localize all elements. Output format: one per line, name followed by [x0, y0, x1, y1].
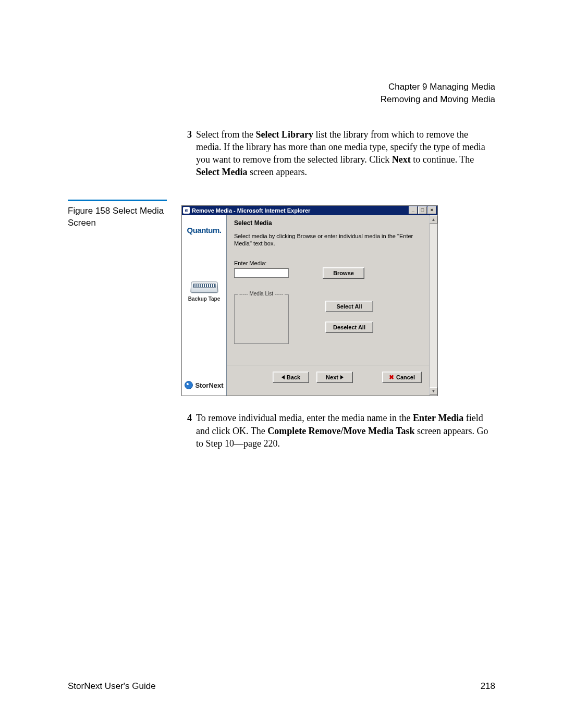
footer-left: StorNext User's Guide [68, 681, 156, 692]
globe-icon [185, 381, 193, 389]
section-line: Removing and Moving Media [68, 93, 495, 106]
product-name: StorNext [195, 381, 223, 389]
chapter-line: Chapter 9 Managing Media [68, 81, 495, 93]
tape-label: Backup Tape [188, 296, 221, 302]
ie-icon: e [183, 207, 190, 214]
browse-button[interactable]: Browse [323, 267, 364, 279]
close-button[interactable]: × [427, 206, 436, 214]
step-number: 3 [181, 128, 192, 179]
figure: e Remove Media - Microsoft Internet Expl… [181, 205, 495, 397]
nav-row: Back Next ✖Cancel [227, 365, 429, 390]
window-title: Remove Media - Microsoft Internet Explor… [192, 207, 310, 214]
instruction-text: Select media by clicking Browse or enter… [234, 233, 417, 248]
ie-window: e Remove Media - Microsoft Internet Expl… [181, 205, 438, 397]
step-3: 3 Select from the Select Library list th… [181, 128, 495, 179]
x-icon: ✖ [389, 374, 394, 381]
maximize-button[interactable]: □ [418, 206, 427, 214]
figure-rule [68, 200, 167, 201]
triangle-right-icon [340, 375, 344, 379]
enter-media-label: Enter Media: [234, 260, 422, 266]
deselect-all-button[interactable]: Deselect All [325, 322, 373, 333]
tape-icon [190, 281, 218, 293]
media-list-legend: ----- Media List ----- [238, 291, 285, 297]
step-text: To remove individual media, enter the me… [196, 412, 495, 450]
media-list-box[interactable]: ----- Media List ----- [234, 294, 289, 344]
step-4: 4 To remove individual media, enter the … [181, 412, 495, 450]
main-panel: Select Media Select media by clicking Br… [227, 215, 429, 396]
sidebar: Quantum. Backup Tape StorNext [182, 215, 227, 396]
footer-right: 218 [481, 681, 495, 692]
step-text: Select from the Select Library list the … [196, 128, 495, 179]
select-all-button[interactable]: Select All [325, 301, 373, 312]
titlebar: e Remove Media - Microsoft Internet Expl… [182, 206, 437, 215]
enter-media-input[interactable] [234, 268, 289, 278]
panel-title: Select Media [234, 219, 422, 227]
page-header: Chapter 9 Managing Media Removing and Mo… [68, 81, 495, 106]
cancel-button[interactable]: ✖Cancel [382, 372, 422, 383]
figure-caption: Figure 158 Select Media Screen [68, 205, 181, 229]
back-button[interactable]: Back [273, 372, 309, 383]
next-button[interactable]: Next [316, 372, 353, 383]
step-number: 4 [181, 412, 192, 450]
scrollbar[interactable]: ▲ ▼ [429, 215, 437, 396]
triangle-left-icon [282, 375, 285, 379]
product-logo: StorNext [185, 378, 223, 391]
scroll-up-icon[interactable]: ▲ [430, 216, 437, 224]
page-footer: StorNext User's Guide 218 [68, 681, 495, 692]
minimize-button[interactable]: _ [409, 206, 418, 214]
brand-logo: Quantum. [187, 226, 222, 235]
scroll-down-icon[interactable]: ▼ [430, 387, 437, 395]
